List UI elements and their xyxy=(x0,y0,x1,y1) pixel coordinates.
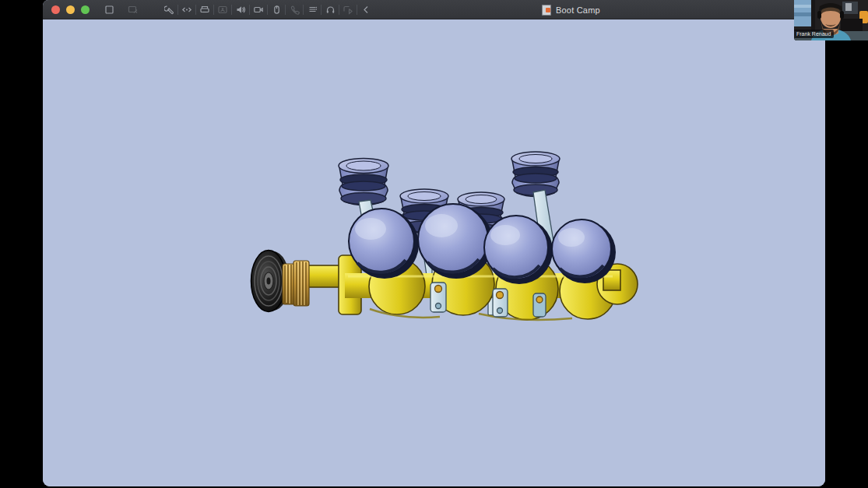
fullscreen-icon[interactable] xyxy=(100,2,118,16)
toolbar xyxy=(100,2,374,16)
share-transfer-icon[interactable] xyxy=(339,2,357,16)
window-title-text: Boot Camp xyxy=(556,5,600,15)
zoom-button[interactable] xyxy=(81,5,90,14)
clipboard-list-icon[interactable] xyxy=(304,2,321,16)
webcam-video-thumbnail[interactable]: Frank Renaud xyxy=(794,0,868,40)
display-settings-icon[interactable] xyxy=(125,2,142,16)
video-camera-icon[interactable] xyxy=(250,2,267,16)
window-titlebar: Boot Camp xyxy=(43,0,825,19)
mouse-icon[interactable] xyxy=(268,2,285,16)
timing-gear xyxy=(283,261,309,306)
headphones-icon[interactable] xyxy=(322,2,339,16)
window-title: Boot Camp xyxy=(542,0,600,19)
rear-piston-4 xyxy=(511,152,560,197)
minimize-button[interactable] xyxy=(66,5,75,14)
participant-name-label: Frank Renaud xyxy=(794,30,834,38)
resize-scale-icon[interactable] xyxy=(178,2,195,16)
rear-piston-1 xyxy=(339,159,388,205)
cad-viewport[interactable] xyxy=(43,19,825,486)
volume-icon[interactable] xyxy=(232,2,249,16)
wrench-tools-icon[interactable] xyxy=(160,2,177,16)
printer-icon[interactable] xyxy=(196,2,213,16)
close-button[interactable] xyxy=(51,5,60,14)
engine-crank-assembly-model xyxy=(43,19,825,486)
phone-call-icon[interactable] xyxy=(286,2,303,16)
screen: Boot Camp xyxy=(0,0,868,488)
keyboard-input-icon[interactable] xyxy=(214,2,231,16)
remote-desktop-window: Boot Camp xyxy=(43,0,825,486)
window-controls xyxy=(51,5,90,14)
back-chevron-icon[interactable] xyxy=(357,2,374,16)
bootcamp-disk-icon xyxy=(542,5,551,16)
